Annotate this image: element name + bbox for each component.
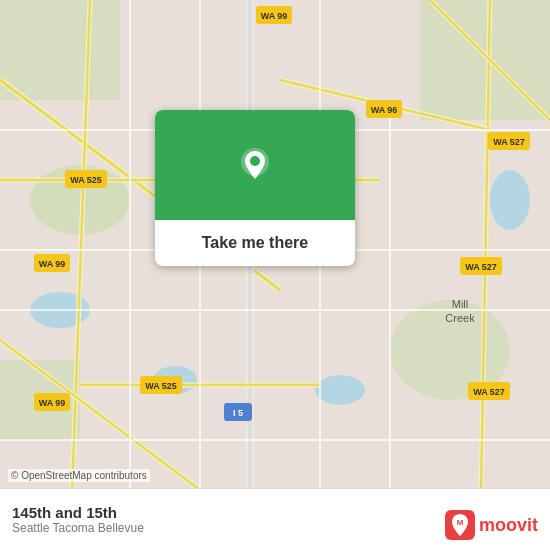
svg-text:I 5: I 5 — [233, 408, 243, 418]
svg-text:Mill: Mill — [452, 298, 469, 310]
map-background: WA 99 WA 525 WA 99 WA 96 WA 527 WA 527 W… — [0, 0, 550, 550]
bottom-bar: 145th and 15th Seattle Tacoma Bellevue M… — [0, 488, 550, 550]
svg-point-4 — [490, 170, 530, 230]
svg-point-59 — [250, 156, 260, 166]
svg-text:WA 99: WA 99 — [261, 11, 288, 21]
map-container: WA 99 WA 525 WA 99 WA 96 WA 527 WA 527 W… — [0, 0, 550, 550]
card-green-top — [155, 110, 355, 220]
svg-text:WA 527: WA 527 — [465, 262, 497, 272]
moovit-logo: M moovit — [445, 510, 538, 540]
svg-text:WA 527: WA 527 — [493, 137, 525, 147]
svg-text:M: M — [457, 518, 464, 527]
svg-rect-5 — [0, 0, 120, 100]
svg-text:WA 525: WA 525 — [70, 175, 102, 185]
moovit-logo-icon: M — [445, 510, 475, 540]
svg-text:WA 525: WA 525 — [145, 381, 177, 391]
card-button-label[interactable]: Take me there — [155, 220, 355, 266]
moovit-brand-text: moovit — [479, 515, 538, 536]
svg-text:WA 527: WA 527 — [473, 387, 505, 397]
svg-point-3 — [315, 375, 365, 405]
take-me-there-card[interactable]: Take me there — [155, 110, 355, 266]
attribution-text: © OpenStreetMap contributors — [11, 470, 147, 481]
svg-text:Creek: Creek — [445, 312, 475, 324]
osm-attribution: © OpenStreetMap contributors — [8, 469, 150, 482]
svg-text:WA 96: WA 96 — [371, 105, 398, 115]
svg-text:WA 99: WA 99 — [39, 398, 66, 408]
svg-text:WA 99: WA 99 — [39, 259, 66, 269]
location-pin-icon — [233, 143, 277, 187]
